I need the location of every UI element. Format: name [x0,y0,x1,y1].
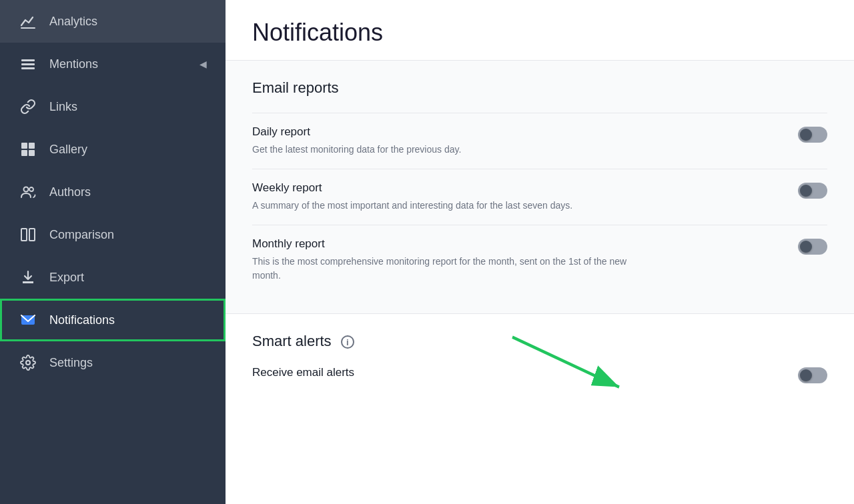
toggle-thumb [800,129,812,141]
weekly-report-toggle-wrapper [798,181,827,199]
sidebar-item-label: Gallery [49,143,87,157]
monthly-report-info: Monthly report This is the most comprehe… [252,237,782,283]
monthly-report-desc: This is the most comprehensive monitorin… [252,255,653,283]
receive-alerts-toggle-wrapper [798,366,827,383]
svg-rect-4 [29,143,35,149]
weekly-report-info: Weekly report A summary of the most impo… [252,181,782,213]
receive-email-alerts-row: Receive email alerts [252,366,827,395]
link-icon [19,97,37,116]
sidebar-item-label: Export [49,271,84,285]
gallery-icon [19,140,37,159]
settings-icon [19,353,37,372]
page-title: Notifications [252,19,827,47]
email-reports-title: Email reports [252,79,827,97]
notifications-icon [19,311,37,329]
sidebar-item-label: Mentions [49,57,98,71]
toggle-track [798,367,827,383]
weekly-report-desc: A summary of the most important and inte… [252,199,653,213]
monthly-report-toggle-wrapper [798,237,827,255]
info-icon: i [341,335,354,349]
page-header: Notifications [226,0,854,61]
sidebar-item-label: Settings [49,356,93,370]
svg-rect-0 [21,59,35,61]
monthly-report-row: Monthly report This is the most comprehe… [252,225,827,295]
svg-rect-9 [21,229,27,241]
sidebar-item-label: Links [49,100,77,114]
sidebar-item-analytics[interactable]: Analytics [0,0,226,43]
sidebar-item-label: Comparison [49,228,114,242]
monthly-report-toggle[interactable] [798,239,827,255]
chevron-icon: ◀ [199,59,207,69]
toggle-track [798,127,827,143]
svg-point-12 [26,361,30,365]
svg-rect-2 [21,67,35,69]
sidebar-item-notifications[interactable]: Notifications [0,299,226,341]
export-icon [19,268,37,287]
toggle-track [798,239,827,255]
weekly-report-label: Weekly report [252,181,782,195]
sidebar-item-settings[interactable]: Settings [0,341,226,384]
sidebar-item-label: Analytics [49,15,97,29]
daily-report-info: Daily report Get the latest monitoring d… [252,125,782,157]
daily-report-desc: Get the latest monitoring data for the p… [252,143,653,157]
monthly-report-label: Monthly report [252,237,782,251]
receive-alerts-toggle[interactable] [798,367,827,383]
sidebar-item-mentions[interactable]: Mentions ◀ [0,43,226,85]
authors-icon [19,183,37,201]
comparison-icon [19,225,37,244]
sidebar-item-label: Authors [49,185,91,199]
svg-rect-6 [29,150,35,156]
weekly-report-row: Weekly report A summary of the most impo… [252,169,827,225]
svg-rect-5 [21,150,27,156]
toggle-thumb [800,369,812,381]
daily-report-row: Daily report Get the latest monitoring d… [252,113,827,169]
svg-rect-1 [21,63,35,65]
smart-alerts-section: Smart alerts i Receive email alerts [226,314,854,414]
svg-rect-3 [21,143,27,149]
svg-rect-10 [29,229,35,241]
menu-icon [19,55,37,73]
email-reports-section: Email reports Daily report Get the lates… [226,61,854,314]
main-content: Notifications Email reports Daily report… [226,0,854,504]
receive-alerts-label: Receive email alerts [252,366,782,379]
svg-point-8 [29,187,33,191]
sidebar: Analytics Mentions ◀ Links [0,0,226,504]
smart-alerts-title: Smart alerts i [252,333,827,350]
sidebar-item-comparison[interactable]: Comparison [0,213,226,256]
daily-report-toggle[interactable] [798,127,827,143]
arrow-annotation [226,314,854,414]
daily-report-label: Daily report [252,125,782,139]
toggle-thumb [800,241,812,253]
weekly-report-toggle[interactable] [798,183,827,199]
daily-report-toggle-wrapper [798,125,827,143]
sidebar-item-links[interactable]: Links [0,85,226,128]
svg-point-7 [24,187,29,192]
receive-alerts-info: Receive email alerts [252,366,782,383]
sidebar-item-label: Notifications [49,313,115,327]
sidebar-item-gallery[interactable]: Gallery [0,128,226,171]
toggle-thumb [800,185,812,197]
toggle-track [798,183,827,199]
sidebar-item-authors[interactable]: Authors [0,171,226,213]
sidebar-item-export[interactable]: Export [0,256,226,299]
chart-icon [19,12,37,31]
